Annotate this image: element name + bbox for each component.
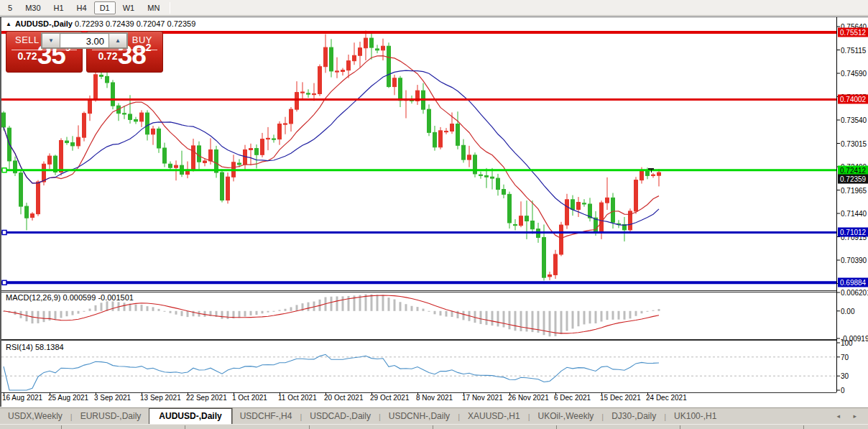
volume-input[interactable]: 3.00: [60, 33, 108, 48]
volume-decrease-button[interactable]: ▼: [42, 33, 60, 48]
current-price-label: 0.72359: [838, 174, 868, 183]
macd-indicator-label: MACD(12,26,9) 0.000599 -0.001501: [6, 293, 134, 302]
chart-tabbar: USDX,Weekly|EURUSD-,DailyAUDUSD-,DailyUS…: [0, 407, 868, 424]
price-axis-tick-label: 0.75115: [841, 46, 866, 54]
chart-tab-uk100-h1[interactable]: UK100-,H1: [666, 409, 724, 424]
rsi-indicator-label: RSI(14) 58.1384: [6, 343, 64, 351]
tab-scroll-arrows[interactable]: ◂ ▸: [836, 412, 862, 420]
level-price-label: 0.71012: [838, 228, 868, 237]
strip-tick: [185, 425, 185, 429]
chart-tab-audusd-daily[interactable]: AUDUSD-,Daily: [149, 408, 231, 425]
date-axis-label: 17 Nov 2021: [462, 394, 503, 402]
macd-axis-tick-label: 0.00: [841, 307, 854, 315]
rsi-axis-tick-label: 0: [841, 387, 845, 395]
bottom-edge-strip: [0, 424, 868, 429]
date-axis-label: 11 Oct 2021: [278, 394, 317, 402]
date-axis-label: 29 Oct 2021: [370, 394, 409, 402]
timeframe-button-w1[interactable]: W1: [117, 1, 141, 14]
one-click-trading-panel: SELL 0.72359 BUY 0.72382 ▼ 3.00 ▲: [6, 31, 163, 73]
chart-symbol: AUDUSD-,Daily: [15, 19, 73, 28]
date-axis-label: 16 Aug 2021: [2, 394, 42, 402]
buy-price-prefix: 0.72: [98, 50, 117, 62]
strip-tick: [680, 425, 680, 429]
date-axis-label: 3 Sep 2021: [94, 394, 131, 402]
chart-tab-dj30-daily[interactable]: DJ30-,Daily: [604, 409, 664, 424]
trading-terminal: 5M30H1H4D1W1MN ▲AUDUSD-,Daily 0.72293 0.…: [0, 0, 868, 429]
timeframe-button-d1[interactable]: D1: [94, 1, 116, 14]
chart-tab-xauusd-h1[interactable]: XAUUSD-,H1: [460, 409, 528, 424]
chart-ohlc-values: 0.72293 0.72439 0.72047 0.72359: [75, 19, 195, 28]
toolbar-separator: [170, 2, 170, 14]
price-axis-tick-label: 0.70390: [841, 257, 867, 264]
rsi-axis-tick-label: 100: [841, 339, 853, 347]
date-axis-label: 24 Dec 2021: [646, 394, 687, 402]
macd-axis-tick-label: 0.006201: [841, 289, 868, 297]
date-axis-label: 22 Sep 2021: [186, 394, 227, 402]
price-axis-tick-label: 0.74590: [841, 70, 867, 78]
chart-tab-usdcad-daily[interactable]: USDCAD-,Daily: [302, 409, 379, 424]
rsi-axis-tick-label: 70: [841, 353, 849, 361]
date-axis-label: 1 Oct 2021: [232, 394, 267, 402]
strip-tick: [61, 425, 62, 429]
date-axis-label: 25 Aug 2021: [48, 394, 88, 402]
price-axis-tick-label: 0.73540: [841, 116, 867, 124]
timeframe-toolbar: 5M30H1H4D1W1MN: [0, 0, 868, 16]
timeframe-button-mn[interactable]: MN: [142, 1, 165, 14]
timeframe-button-5[interactable]: 5: [2, 1, 18, 14]
chart-tab-eurusd-daily[interactable]: EURUSD-,Daily: [73, 409, 149, 424]
timeframe-button-h4[interactable]: H4: [71, 1, 93, 14]
level-price-label: 0.74002: [838, 95, 868, 104]
chart-tab-usdcnh-daily[interactable]: USDCNH-,Daily: [381, 409, 458, 424]
date-axis-label: 13 Sep 2021: [140, 394, 181, 402]
date-axis-label: 8 Nov 2021: [416, 394, 453, 402]
timeframe-button-h1[interactable]: H1: [48, 1, 70, 14]
date-axis-label: 6 Dec 2021: [554, 394, 591, 402]
level-price-label: 0.69884: [838, 278, 868, 287]
price-axis-tick-label: 0.71440: [841, 210, 867, 218]
buy-price-pip: 2: [146, 42, 152, 53]
sell-price-prefix: 0.72: [17, 50, 37, 62]
timeframe-button-m30[interactable]: M30: [19, 1, 46, 14]
chart-tab-usdchf-h4[interactable]: USDCHF-,H4: [232, 409, 300, 424]
price-axis-tick-label: 0.71965: [841, 186, 867, 194]
strip-tick: [433, 425, 433, 429]
chart-tab-ukoil-weekly[interactable]: UKOil-,Weekly: [530, 409, 602, 424]
date-axis-label: 26 Nov 2021: [508, 394, 549, 402]
date-axis-label: 15 Dec 2021: [600, 394, 641, 402]
collapse-triangle-icon[interactable]: ▲: [6, 21, 11, 27]
chart-window: [0, 17, 868, 407]
strip-tick: [309, 425, 310, 429]
rsi-axis-tick-label: 30: [841, 372, 849, 380]
price-axis-tick-label: 0.73015: [841, 139, 867, 147]
date-axis-label: 20 Oct 2021: [324, 394, 363, 402]
volume-increase-button[interactable]: ▲: [108, 33, 127, 48]
strip-tick: [803, 425, 804, 429]
volume-spinner: ▼ 3.00 ▲: [41, 32, 128, 49]
level-price-label: 0.75512: [838, 27, 868, 37]
chart-tab-usdx-weekly[interactable]: USDX,Weekly: [0, 409, 70, 424]
chart-title: ▲AUDUSD-,Daily 0.72293 0.72439 0.72047 0…: [6, 19, 195, 28]
strip-tick: [556, 425, 557, 429]
